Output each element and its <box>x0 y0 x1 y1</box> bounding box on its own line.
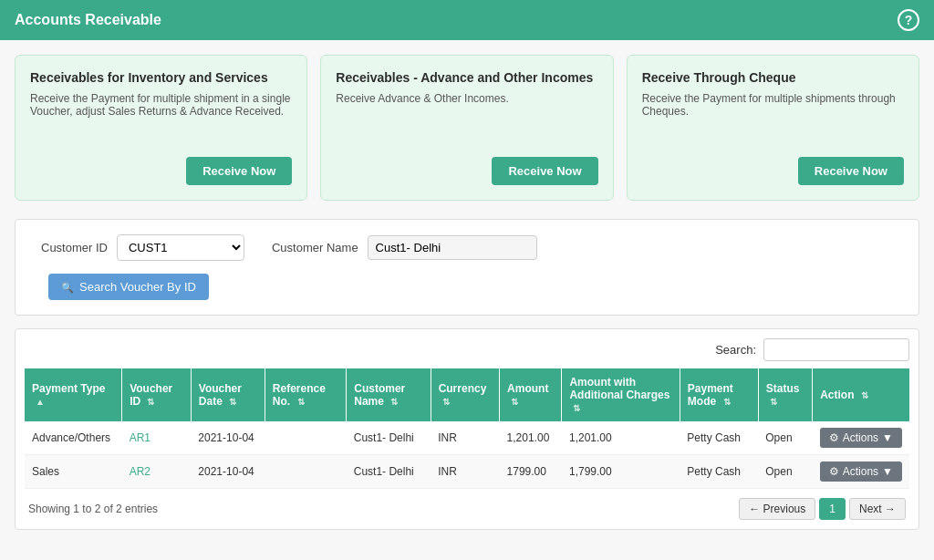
sort-icon-payment-type: ▲ <box>36 397 45 407</box>
cards-row: Receivables for Inventory and Services R… <box>15 55 919 201</box>
help-button[interactable]: ? <box>898 9 919 31</box>
table-toolbar: Search: <box>25 338 909 361</box>
table-header-row: Payment Type ▲ Voucher ID ⇅ Voucher Date… <box>25 368 909 421</box>
col-payment-type[interactable]: Payment Type ▲ <box>25 368 122 421</box>
table-body: Advance/OthersAR12021-10-04Cust1- DelhiI… <box>25 421 909 489</box>
sort-icon-amount: ⇅ <box>511 397 518 407</box>
sort-icon-currency: ⇅ <box>442 397 450 407</box>
col-amount-charges[interactable]: Amount with Additional Charges ⇅ <box>562 368 680 421</box>
cell-payment-type: Advance/Others <box>25 421 122 455</box>
receive-now-cheque-button[interactable]: Receive Now <box>798 157 904 185</box>
cell-voucher-id-link[interactable]: AR1 <box>130 431 150 444</box>
col-voucher-date[interactable]: Voucher Date ⇅ <box>191 368 265 421</box>
col-action[interactable]: Action ⇅ <box>813 368 909 421</box>
table-search-input[interactable] <box>763 338 909 361</box>
next-page-button[interactable]: Next → <box>849 498 906 520</box>
col-amount[interactable]: Amount ⇅ <box>500 368 562 421</box>
card-inventory-title: Receivables for Inventory and Services <box>30 70 292 85</box>
table-section: Search: Payment Type ▲ Voucher ID ⇅ Vouc… <box>15 328 919 530</box>
page-1-button[interactable]: 1 <box>819 498 846 520</box>
card-cheque-title: Receive Through Cheque <box>642 70 904 85</box>
gear-icon: ⚙ <box>829 465 839 478</box>
receive-now-inventory-button[interactable]: Receive Now <box>186 157 292 185</box>
main-content: Receivables for Inventory and Services R… <box>0 40 934 560</box>
table-row: Advance/OthersAR12021-10-04Cust1- DelhiI… <box>25 421 909 455</box>
card-cheque-desc: Receive the Payment for multiple shipmen… <box>642 92 904 118</box>
card-advance-title: Receivables - Advance and Other Incomes <box>336 70 597 85</box>
cell-currency: INR <box>431 455 499 489</box>
data-table: Payment Type ▲ Voucher ID ⇅ Voucher Date… <box>25 368 909 489</box>
card-advance-desc: Receive Advance & Other Incomes. <box>336 92 597 105</box>
cell-currency: INR <box>431 421 499 455</box>
customer-id-label: Customer ID <box>41 241 108 254</box>
sort-icon-payment-mode: ⇅ <box>723 397 731 407</box>
col-voucher-id[interactable]: Voucher ID ⇅ <box>122 368 192 421</box>
sort-icon-status: ⇅ <box>770 397 777 407</box>
sort-icon-reference-no: ⇅ <box>297 397 305 407</box>
table-row: SalesAR22021-10-04Cust1- DelhiINR1799.00… <box>25 455 909 489</box>
filter-row: Customer ID CUST1 Customer Name <box>34 234 900 261</box>
cell-reference-no <box>265 455 346 489</box>
search-label: Search: <box>715 343 756 357</box>
cell-voucher-date: 2021-10-04 <box>191 421 265 455</box>
app-container: Accounts Receivable ? Receivables for In… <box>0 0 934 560</box>
col-status[interactable]: Status ⇅ <box>758 368 812 421</box>
chevron-down-icon: ▼ <box>882 431 893 444</box>
cell-voucher-id-link[interactable]: AR2 <box>130 465 150 478</box>
actions-button[interactable]: ⚙ Actions ▼ <box>820 428 902 448</box>
search-voucher-button[interactable]: Search Voucher By ID <box>48 274 209 300</box>
cell-status: Open <box>758 455 812 489</box>
search-icon <box>61 280 74 294</box>
cell-payment-mode: Petty Cash <box>680 455 758 489</box>
cell-amount-charges: 1,799.00 <box>562 455 680 489</box>
cell-customer-name: Cust1- Delhi <box>347 421 431 455</box>
cell-amount: 1,201.00 <box>500 421 562 455</box>
chevron-down-icon: ▼ <box>882 465 893 478</box>
card-advance: Receivables - Advance and Other Incomes … <box>320 55 613 201</box>
search-voucher-label: Search Voucher By ID <box>79 280 196 294</box>
gear-icon: ⚙ <box>829 431 839 444</box>
sort-icon-customer-name: ⇅ <box>390 397 398 407</box>
app-title: Accounts Receivable <box>15 12 161 28</box>
col-reference-no[interactable]: Reference No. ⇅ <box>265 368 346 421</box>
customer-name-input[interactable] <box>368 235 537 260</box>
col-currency[interactable]: Currency ⇅ <box>431 368 499 421</box>
customer-id-select[interactable]: CUST1 <box>117 234 244 261</box>
cell-action[interactable]: ⚙ Actions ▼ <box>813 421 909 455</box>
receive-now-advance-button[interactable]: Receive Now <box>492 157 597 185</box>
cell-customer-name: Cust1- Delhi <box>347 455 431 489</box>
prev-page-button[interactable]: ← Previous <box>739 498 815 520</box>
table-footer: Showing 1 to 2 of 2 entries ← Previous 1… <box>25 498 909 520</box>
sort-icon-voucher-id: ⇅ <box>147 397 154 407</box>
cell-voucher-id[interactable]: AR2 <box>122 455 192 489</box>
cell-voucher-id[interactable]: AR1 <box>122 421 192 455</box>
entries-label: Showing 1 to 2 of 2 entries <box>28 503 158 515</box>
actions-button[interactable]: ⚙ Actions ▼ <box>820 461 902 482</box>
col-customer-name[interactable]: Customer Name ⇅ <box>347 368 431 421</box>
cell-amount-charges: 1,201.00 <box>562 421 680 455</box>
col-payment-mode[interactable]: Payment Mode ⇅ <box>680 368 758 421</box>
header: Accounts Receivable ? <box>0 0 934 40</box>
card-cheque: Receive Through Cheque Receive the Payme… <box>627 55 919 201</box>
cell-reference-no <box>265 421 346 455</box>
card-inventory: Receivables for Inventory and Services R… <box>15 55 307 201</box>
cell-voucher-date: 2021-10-04 <box>191 455 265 489</box>
sort-icon-amount-charges: ⇅ <box>573 403 580 413</box>
cell-status: Open <box>758 421 812 455</box>
sort-icon-action: ⇅ <box>861 390 868 400</box>
cell-payment-mode: Petty Cash <box>680 421 758 455</box>
card-inventory-desc: Receive the Payment for multiple shipmen… <box>30 92 292 118</box>
cell-amount: 1799.00 <box>500 455 562 489</box>
cell-action[interactable]: ⚙ Actions ▼ <box>813 455 909 489</box>
cell-payment-type: Sales <box>25 455 122 489</box>
sort-icon-voucher-date: ⇅ <box>229 397 236 407</box>
customer-name-label: Customer Name <box>272 241 358 254</box>
pagination: ← Previous 1 Next → <box>739 498 906 520</box>
